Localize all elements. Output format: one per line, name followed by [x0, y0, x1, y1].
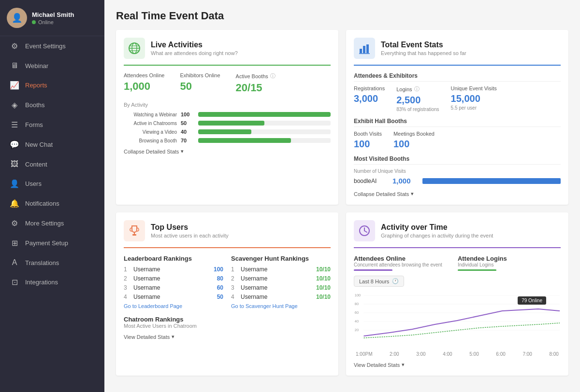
bar-label-video: Viewing a Video — [124, 129, 177, 135]
rankings-grid: Leaderboard Rankings 1 Username 100 2 Us… — [124, 255, 331, 309]
view-activity-stats[interactable]: View Detailed Stats ▾ — [354, 362, 561, 368]
collapse-total-stats[interactable]: Collapse Detailed Stats ▾ — [354, 191, 561, 197]
view-top-users-stats[interactable]: View Detailed Stats ▾ — [124, 334, 331, 340]
total-stats-header: Total Event Stats Everything that has ha… — [354, 38, 561, 66]
chat-icon: 💬 — [10, 140, 19, 149]
top-users-icon-wrap — [124, 220, 145, 241]
sidebar-item-content[interactable]: 🖼 Content — [0, 154, 104, 174]
user-info: Michael Smith Online — [32, 11, 74, 25]
scavenger-row-4: 4 Username 10/10 — [231, 294, 331, 300]
x-label-2: 2:00 — [390, 351, 399, 357]
bell-icon: 🔔 — [10, 199, 19, 208]
sidebar-item-more-settings[interactable]: ⚙ More Settings — [0, 213, 104, 233]
scav-4-user: Username — [241, 294, 312, 300]
avatar: 👤 — [7, 8, 27, 28]
sidebar-label-content: Content — [25, 161, 47, 168]
chatroom-title: Chatroom Rankings — [124, 316, 331, 323]
registrations-value: 3,000 — [354, 93, 385, 104]
scav-1-user: Username — [241, 266, 312, 273]
sidebar-item-translations[interactable]: A Translations — [0, 253, 104, 272]
rank-3-num: 3 — [124, 284, 130, 291]
go-leaderboard-link[interactable]: Go to Leaderboard Page — [124, 303, 223, 309]
attendees-online-legend-title: Attendees Online — [354, 255, 442, 262]
sidebar-item-forms[interactable]: ☰ Forms — [0, 115, 104, 135]
leaderboard-row-4: 4 Username 50 — [124, 294, 223, 300]
total-stats-subtitle: Everything that has happened so far — [381, 50, 466, 56]
sidebar-label-notifications: Notifications — [25, 200, 59, 207]
sidebar-item-payment-setup[interactable]: ⊞ Payment Setup — [0, 233, 104, 253]
attendees-online-label: Attendees Online — [124, 72, 164, 78]
leaderboard-section: Leaderboard Rankings 1 Username 100 2 Us… — [124, 255, 223, 309]
logins-value: 2,500 — [396, 95, 439, 106]
chatroom-subtitle: Most Active Users in Chatroom — [124, 323, 331, 329]
sidebar-item-reports[interactable]: 📈 Reports — [0, 75, 104, 95]
sidebar-label-integrations: Integrations — [25, 279, 58, 286]
by-activity-label: By Activity — [124, 102, 331, 108]
svg-text:100: 100 — [355, 293, 361, 297]
x-label-5: 5:00 — [469, 351, 478, 357]
sidebar-item-event-settings[interactable]: ⚙ Event Settings — [0, 36, 104, 56]
sidebar-label-translations: Translations — [25, 259, 59, 266]
clock-icon — [358, 224, 371, 237]
activity-time-subtitle: Graphing of changes in activity during t… — [381, 233, 493, 238]
active-booths-stat: Active Booths ⓘ 20/15 — [236, 72, 276, 94]
payment-icon: ⊞ — [10, 238, 19, 248]
x-label-1: 1:00PM — [356, 351, 372, 357]
collapse-live-stats[interactable]: Collapse Detailed Stats ▾ — [124, 148, 331, 154]
top-users-title-group: Top Users Most active users in each acti… — [151, 223, 229, 238]
bar-chart-icon — [358, 42, 371, 55]
svg-rect-6 — [363, 46, 365, 53]
bar-row-video: Viewing a Video 40 — [124, 129, 331, 135]
activity-time-title: Activity over Time — [381, 223, 493, 232]
sidebar-label-booths: Booths — [25, 101, 44, 109]
total-event-stats-card: Total Event Stats Everything that has ha… — [346, 30, 568, 205]
chart-tooltip: 79 Online — [518, 296, 546, 305]
svg-text:80: 80 — [355, 302, 359, 306]
leaderboard-row-2: 2 Username 80 — [124, 275, 223, 282]
live-activities-title: Live Activities — [151, 41, 238, 49]
scav-1-num: 1 — [231, 266, 237, 273]
integrations-icon: ⊡ — [10, 278, 19, 287]
sidebar-item-booths[interactable]: ◈ Booths — [0, 95, 104, 115]
top-users-header: Top Users Most active users in each acti… — [124, 220, 331, 248]
scavenger-title: Scavenger Hunt Rankings — [231, 255, 331, 262]
x-label-3: 3:00 — [416, 351, 425, 357]
sidebar-item-integrations[interactable]: ⊡ Integrations — [0, 272, 104, 292]
status-dot — [32, 20, 36, 24]
booth-visits-label: Booth Visits — [354, 131, 382, 137]
top-booth-name: boodleAI — [354, 178, 388, 184]
svg-text:60: 60 — [355, 310, 359, 315]
sidebar-item-webinar[interactable]: 🖥 Webinar — [0, 56, 104, 75]
chart-icon: 📈 — [10, 81, 19, 90]
exhibit-hall-section: Exhibit Hall Booths Booth Visits 100 Mee… — [354, 118, 561, 150]
active-booths-value: 20/15 — [236, 82, 276, 94]
x-label-7: 7:00 — [522, 351, 532, 357]
x-label-6: 6:00 — [496, 351, 505, 357]
settings-icon: ⚙ — [10, 219, 19, 228]
unique-visits-value: 15,000 — [451, 93, 497, 104]
scav-2-score: 10/10 — [316, 275, 331, 282]
sidebar-item-new-chat[interactable]: 💬 New Chat — [0, 135, 104, 154]
activity-time-icon-wrap — [354, 220, 375, 241]
go-scavenger-link[interactable]: Go to Scavenger Hunt Page — [231, 303, 331, 309]
registrations-label: Registrations — [354, 85, 385, 91]
sidebar-item-users[interactable]: 👤 Users — [0, 174, 104, 194]
clock-small-icon: 🕐 — [392, 278, 399, 284]
sidebar: 👤 Michael Smith Online ⚙ Event Settings … — [0, 0, 104, 392]
sidebar-item-notifications[interactable]: 🔔 Notifications — [0, 194, 104, 213]
activity-chart: 79 Online 100 80 60 40 20 — [354, 292, 561, 350]
svg-rect-7 — [366, 44, 369, 53]
time-filter-dropdown[interactable]: Last 8 Hours 🕐 — [354, 276, 404, 287]
attendees-online-stat: Attendees Online 1,000 — [124, 72, 164, 94]
scavenger-row-1: 1 Username 10/10 — [231, 266, 331, 273]
rank-3-user: Username — [133, 284, 213, 291]
booth-visits-value: 100 — [354, 139, 382, 150]
top-cards-row: Live Activities What are attendees doing… — [116, 30, 568, 205]
sidebar-label-more-settings: More Settings — [25, 220, 64, 227]
sidebar-label-reports: Reports — [25, 82, 47, 89]
meetings-booked-value: 100 — [393, 139, 435, 150]
svg-line-13 — [364, 231, 367, 232]
svg-text:40: 40 — [355, 319, 359, 323]
bar-row-chatrooms: Active in Chatrooms 50 — [124, 120, 331, 126]
leaderboard-title: Leaderboard Rankings — [124, 255, 223, 262]
